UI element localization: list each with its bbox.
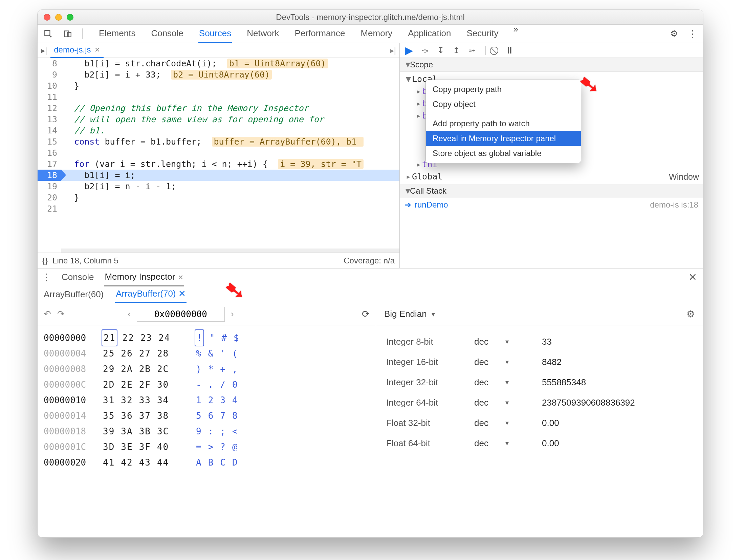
value-format-select[interactable]: dec▾ — [474, 438, 542, 449]
navigator-toggle-icon[interactable]: ▸| — [41, 46, 47, 55]
pretty-print-icon[interactable]: {} — [42, 256, 48, 265]
subtab-arraybuffer-70[interactable]: ArrayBuffer(70) ✕ — [115, 286, 187, 303]
value-type-label: Integer 16-bit — [386, 357, 474, 367]
value-type-label: Integer 8-bit — [386, 337, 474, 347]
code-editor[interactable]: 8 b1[i] = str.charCodeAt(i); b1 = Uint8A… — [38, 58, 399, 249]
window-title: DevTools - memory-inspector.glitch.me/de… — [38, 13, 703, 22]
stack-frame[interactable]: runDemo — [415, 200, 448, 210]
value-format-select[interactable]: dec▾ — [474, 397, 542, 408]
value-type-label: Float 64-bit — [386, 438, 474, 449]
value-type-label: Float 32-bit — [386, 418, 474, 428]
stack-frame-location: demo-is is:18 — [650, 200, 698, 210]
titlebar: DevTools - memory-inspector.glitch.me/de… — [38, 10, 703, 25]
refresh-icon[interactable]: ⟳ — [362, 308, 370, 320]
debugger-sidebar: ▶ ⤼ ↧ ↥ ➵ ⃠ ⏸ ▼Scope ▼Local ▸b1: … ▸b2: … — [400, 43, 703, 268]
tab-elements[interactable]: Elements — [98, 24, 136, 43]
value-format-select[interactable]: dec▾ — [474, 418, 542, 428]
addr-next-icon[interactable]: › — [231, 309, 234, 319]
scope-header[interactable]: ▼Scope — [400, 58, 703, 72]
value-type-label: Integer 64-bit — [386, 397, 474, 408]
editor-hscrollbar[interactable] — [61, 249, 399, 253]
value-number: 33 — [542, 337, 552, 347]
chevron-down-icon: ▾ — [432, 310, 435, 318]
redo-icon[interactable]: ↷ — [57, 309, 65, 319]
tab-performance[interactable]: Performance — [294, 24, 346, 43]
value-list: Integer 8-bitdec▾33Integer 16-bitdec▾848… — [376, 325, 703, 459]
coverage-status: Coverage: n/a — [344, 256, 395, 265]
tab-memory[interactable]: Memory — [360, 24, 393, 43]
value-number: 0.00 — [542, 418, 559, 428]
tabs-overflow-button[interactable]: » — [513, 24, 518, 43]
tab-console[interactable]: Console — [150, 24, 184, 43]
main-split: ▸| demo-js.js ✕ ▸| 8 b1[i] = str.charCod… — [38, 43, 703, 268]
file-tab-label: demo-js.js — [54, 45, 91, 55]
drawer-tabs: ⋮ Console Memory Inspector ✕ ✕ — [38, 268, 703, 286]
endianness-select[interactable]: Big Endian — [384, 309, 427, 319]
settings-icon[interactable]: ⚙ — [686, 308, 695, 320]
memory-inspector-body: ↶ ↷ ‹ 0x00000000 › ⟳ 0000000021222324!"#… — [38, 303, 703, 537]
tab-network[interactable]: Network — [246, 24, 280, 43]
resume-icon[interactable]: ▶ — [405, 44, 413, 56]
value-format-select[interactable]: dec▾ — [474, 357, 542, 367]
undo-icon[interactable]: ↶ — [44, 309, 51, 319]
value-format-select[interactable]: dec▾ — [474, 377, 542, 388]
drawer-tab-memory-inspector[interactable]: Memory Inspector ✕ — [104, 268, 184, 286]
step-out-icon[interactable]: ↥ — [453, 46, 460, 55]
step-into-icon[interactable]: ↧ — [437, 46, 444, 55]
debugger-controls: ▶ ⤼ ↧ ↥ ➵ ⃠ ⏸ — [400, 43, 703, 58]
subtab-arraybuffer-60[interactable]: ArrayBuffer(60) — [43, 286, 104, 302]
tab-application[interactable]: Application — [407, 24, 452, 43]
address-bar: ↶ ↷ ‹ 0x00000000 › ⟳ — [38, 303, 376, 325]
svg-rect-2 — [68, 32, 71, 37]
value-number: 555885348 — [542, 377, 586, 388]
file-tab[interactable]: demo-js.js ✕ — [50, 42, 103, 58]
value-toolbar: Big Endian ▾ ⚙ — [376, 303, 703, 325]
menu-store-global[interactable]: Store object as global variable — [426, 146, 581, 161]
step-over-icon[interactable]: ⤼ — [422, 46, 429, 55]
svg-rect-1 — [64, 31, 69, 37]
menu-separator — [426, 114, 581, 114]
main-tabs: Elements Console Sources Network Perform… — [98, 24, 661, 43]
cursor-position: Line 18, Column 5 — [52, 256, 118, 265]
devtools-window: DevTools - memory-inspector.glitch.me/de… — [37, 9, 703, 538]
settings-icon[interactable]: ⚙ — [670, 28, 678, 39]
value-number: 0.00 — [542, 438, 559, 449]
close-file-tab-icon[interactable]: ✕ — [94, 46, 100, 54]
pause-on-exceptions-icon[interactable]: ⏸ — [505, 45, 514, 56]
value-number: 8482 — [542, 357, 562, 367]
drawer-tab-console[interactable]: Console — [61, 268, 94, 286]
menu-reveal-memory-inspector[interactable]: Reveal in Memory Inspector panel — [426, 131, 581, 146]
drawer: ⋮ Console Memory Inspector ✕ ✕ ArrayBuff… — [38, 268, 703, 537]
file-tab-bar: ▸| demo-js.js ✕ ▸| — [38, 43, 399, 58]
devtools-toolbar: Elements Console Sources Network Perform… — [38, 25, 703, 43]
tab-security[interactable]: Security — [466, 24, 499, 43]
run-snippet-icon[interactable]: ▸| — [390, 46, 396, 55]
value-format-select[interactable]: dec▾ — [474, 337, 542, 347]
drawer-menu-icon[interactable]: ⋮ — [42, 272, 51, 283]
hex-pane: ↶ ↷ ‹ 0x00000000 › ⟳ 0000000021222324!"#… — [38, 303, 376, 537]
separator — [485, 46, 486, 55]
menu-copy-property-path[interactable]: Copy property path — [426, 82, 581, 97]
memory-inspector-subtabs: ArrayBuffer(60) ArrayBuffer(70) ✕ ➸ — [38, 286, 703, 303]
separator — [82, 28, 83, 39]
value-pane: Big Endian ▾ ⚙ Integer 8-bitdec▾33Intege… — [376, 303, 703, 537]
menu-add-to-watch[interactable]: Add property path to watch — [426, 116, 581, 131]
callstack-header[interactable]: ▼Call Stack — [400, 184, 703, 198]
editor-statusbar: {} Line 18, Column 5 Coverage: n/a — [38, 253, 399, 268]
close-drawer-icon[interactable]: ✕ — [688, 271, 697, 283]
kebab-menu-icon[interactable]: ⋮ — [687, 28, 698, 40]
menu-copy-object[interactable]: Copy object — [426, 97, 581, 112]
value-type-label: Integer 32-bit — [386, 377, 474, 388]
inspect-element-icon[interactable] — [43, 29, 53, 39]
close-drawer-tab-icon[interactable]: ✕ — [178, 274, 183, 281]
close-subtab-icon[interactable]: ✕ — [178, 288, 186, 299]
tab-sources[interactable]: Sources — [198, 24, 232, 43]
device-toolbar-icon[interactable] — [63, 29, 73, 39]
context-menu: Copy property path Copy object Add prope… — [425, 80, 581, 163]
scope-global[interactable]: ▸GlobalWindow — [406, 171, 703, 183]
pointer-icon: ➔ — [404, 200, 411, 210]
step-icon[interactable]: ➵ — [468, 46, 475, 55]
hex-grid[interactable]: 0000000021222324!"#$0000000425262728%&'(… — [38, 325, 376, 475]
address-input[interactable]: 0x00000000 — [137, 307, 225, 322]
addr-prev-icon[interactable]: ‹ — [128, 309, 131, 319]
